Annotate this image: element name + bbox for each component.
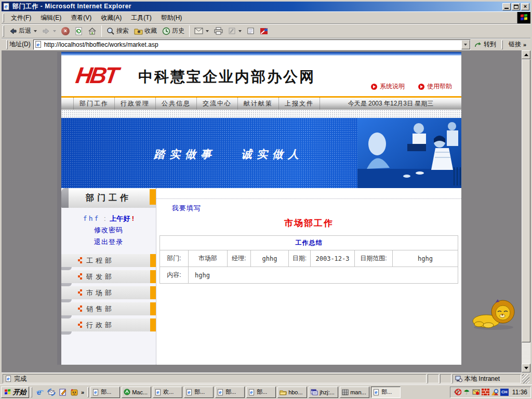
change-password-link[interactable]: 修改密码 xyxy=(61,224,156,236)
favorites-button[interactable]: ✱ 收藏 xyxy=(131,25,159,37)
toolbar-grip[interactable] xyxy=(3,25,4,37)
task-button[interactable]: e 部... xyxy=(246,387,276,398)
outlook-express-icon[interactable] xyxy=(47,388,56,397)
mail-button[interactable] xyxy=(192,25,211,37)
security-zone-pane: 本地 Intranet xyxy=(453,374,521,383)
nav-report-docs[interactable]: 上报文件 xyxy=(278,98,320,110)
home-button[interactable] xyxy=(85,25,99,37)
umbrella-antivirus-icon[interactable]: ☂ xyxy=(463,388,471,396)
maximize-button[interactable] xyxy=(512,3,520,10)
task-button[interactable]: hbo... xyxy=(277,387,307,398)
system-info-link[interactable]: 系统说明 xyxy=(371,82,405,91)
lion-assistant[interactable] xyxy=(471,297,518,330)
quicklaunch-chevron[interactable]: » xyxy=(81,389,84,395)
chart-viewer-icon[interactable] xyxy=(491,388,499,396)
windows-logo-icon xyxy=(517,12,530,23)
logout-link[interactable]: 退出登录 xyxy=(61,236,156,248)
sidebar-item-market[interactable]: 市场部 xyxy=(61,286,156,299)
mail-dropdown[interactable] xyxy=(206,30,209,32)
back-button[interactable]: 后退 xyxy=(6,25,39,37)
links-grip[interactable] xyxy=(501,40,503,49)
minimize-button[interactable] xyxy=(502,3,511,10)
edit-button[interactable] xyxy=(225,25,244,37)
forward-button[interactable] xyxy=(39,25,59,37)
task-button[interactable]: man... xyxy=(340,387,369,398)
nav-suggestions[interactable]: 献计献策 xyxy=(237,98,279,110)
task-button[interactable]: e 欢... xyxy=(153,387,182,398)
task-button[interactable]: jhzj:... xyxy=(309,387,338,398)
taskbar-grip[interactable] xyxy=(87,387,89,397)
task-button[interactable]: e 部... xyxy=(184,387,214,398)
menu-edit[interactable]: 编辑(E) xyxy=(36,12,66,24)
firewall-icon[interactable] xyxy=(482,388,489,396)
menu-help[interactable]: 帮助(H) xyxy=(156,12,187,24)
task-button-active[interactable]: e 部... xyxy=(371,387,401,398)
scrollbar-thumb[interactable] xyxy=(522,59,530,342)
forward-dropdown[interactable] xyxy=(53,30,56,32)
table-header: 工作总结 xyxy=(160,236,458,250)
menubar-grip[interactable] xyxy=(3,14,4,22)
links-bar[interactable]: 链接 » xyxy=(504,40,530,49)
address-input[interactable]: e http://localhost/hboffiec/works/market… xyxy=(33,39,471,50)
scroll-up-button[interactable] xyxy=(522,50,530,59)
menu-tools[interactable]: 工具(T) xyxy=(126,12,156,24)
fill-in-link[interactable]: 我要填写 xyxy=(172,204,201,213)
ie-page-icon: e xyxy=(373,389,380,396)
stop-button[interactable]: × xyxy=(59,25,72,37)
window-titlebar: e 部门工作 - Microsoft Internet Explorer × xyxy=(2,2,530,11)
sidebar-item-rnd[interactable]: 研发部 xyxy=(61,270,156,283)
close-button[interactable]: × xyxy=(521,3,529,10)
menu-view[interactable]: 查看(V) xyxy=(66,12,96,24)
page-body: 部门工作 fhf : 上午好 ! 修改密码 退出登录 xyxy=(61,188,461,365)
nav-admin[interactable]: 行政管理 xyxy=(114,98,156,110)
ime-indicator[interactable]: CH xyxy=(500,389,509,396)
menu-bar: 文件(F) 编辑(E) 查看(V) 收藏(A) 工具(T) 帮助(H) xyxy=(2,11,530,23)
resize-grip[interactable] xyxy=(522,374,529,383)
discuss-button[interactable] xyxy=(244,25,257,37)
scroll-down-button[interactable] xyxy=(522,364,530,373)
back-dropdown[interactable] xyxy=(34,30,37,32)
task-button[interactable]: Mac... xyxy=(122,387,151,398)
ie-page-icon: e xyxy=(3,3,10,10)
nav-public-info[interactable]: 公共信息 xyxy=(155,98,197,110)
address-url[interactable]: http://localhost/hboffiec/works/market.a… xyxy=(44,41,461,48)
start-button[interactable]: 开始 xyxy=(1,387,29,398)
nav-exchange[interactable]: 交流中心 xyxy=(196,98,238,110)
menu-file[interactable]: 文件(F) xyxy=(6,12,36,24)
ie-page-icon: e xyxy=(35,41,42,48)
manager-value: ghhg xyxy=(251,250,289,267)
address-label: 地址(D) xyxy=(9,40,31,49)
go-button[interactable]: 转到 xyxy=(471,39,500,50)
task-buttons: e 部... Mac... e 欢... e 部... e 部... e 部..… xyxy=(90,387,448,398)
back-icon xyxy=(9,28,17,35)
mail-monitor-icon[interactable] xyxy=(472,388,480,396)
stop-icon: × xyxy=(61,27,70,35)
volume-muted-icon[interactable] xyxy=(454,388,461,396)
messenger-icon[interactable] xyxy=(70,388,79,397)
department-menu: 工程部 研发部 市场部 销售部 xyxy=(61,254,156,331)
sidebar-item-engineering[interactable]: 工程部 xyxy=(61,254,156,267)
sidebar-item-sales[interactable]: 销售部 xyxy=(61,302,156,315)
addressbar-grip[interactable] xyxy=(6,40,8,49)
sidebar-item-admin[interactable]: 行政部 xyxy=(61,318,156,331)
quick-launch: e » xyxy=(34,388,86,397)
edit-dropdown[interactable] xyxy=(238,30,242,32)
help-link[interactable]: 使用帮助 xyxy=(418,82,452,91)
editor-icon[interactable] xyxy=(58,388,68,397)
nav-dept-work[interactable]: 部门工作 xyxy=(73,98,115,110)
page-header: HBT 中科慧宝企业内部办公网 系统说明 使用帮助 xyxy=(61,56,461,96)
vertical-scrollbar[interactable] xyxy=(522,50,530,373)
header-links: 系统说明 使用帮助 xyxy=(371,82,452,91)
print-button[interactable] xyxy=(211,25,225,37)
history-button[interactable]: 历史 xyxy=(159,25,187,37)
refresh-button[interactable] xyxy=(72,25,85,37)
menu-favorites[interactable]: 收藏(A) xyxy=(96,12,126,24)
task-button[interactable]: e 部... xyxy=(90,387,120,398)
task-button[interactable]: e 部... xyxy=(215,387,245,398)
print-icon xyxy=(214,27,223,35)
search-button[interactable]: 搜索 xyxy=(104,25,131,37)
ie-icon[interactable]: e xyxy=(35,388,45,397)
plugin-button[interactable] xyxy=(257,25,271,37)
taskbar-grip[interactable] xyxy=(31,387,32,397)
address-dropdown[interactable] xyxy=(461,40,470,49)
